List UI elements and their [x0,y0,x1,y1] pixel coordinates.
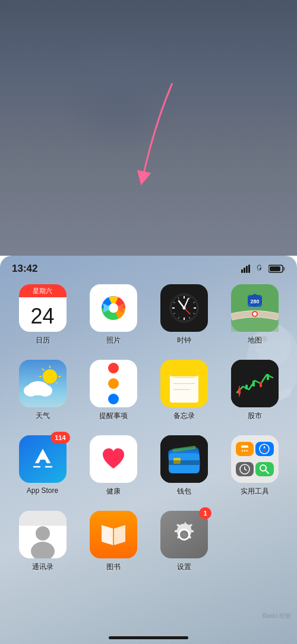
svg-point-44 [24,385,38,397]
svg-rect-6 [248,265,250,273]
app-label-reminders: 提醒事项 [99,411,128,421]
svg-point-10 [109,303,118,313]
link-icon [255,264,265,274]
app-item-stocks[interactable]: 股市 [224,360,285,421]
app-label-weather: 天气 [36,411,50,421]
svg-marker-77 [263,449,266,453]
appstore-badge: 114 [50,432,69,444]
app-item-photos[interactable]: 照片 [83,284,144,345]
app-icon-stocks [231,360,279,407]
app-label-photos: 照片 [106,335,121,345]
svg-point-87 [36,526,50,541]
svg-rect-71 [241,445,248,448]
app-grid-row3: 114 App Store [0,431,297,506]
app-icon-calendar: 星期六 24 [19,284,67,332]
svg-rect-5 [246,266,248,273]
svg-point-28 [182,307,185,310]
app-label-contacts: 通讯录 [32,562,53,572]
app-item-utilities[interactable]: 实用工具 [224,435,285,497]
app-item-health[interactable]: 健康 [83,435,144,497]
svg-point-45 [38,385,52,397]
svg-rect-57 [252,381,255,387]
app-label-clock: 时钟 [177,335,191,345]
app-item-wallet[interactable]: 钱包 [153,435,214,497]
app-icon-books [90,511,137,558]
app-label-settings: 设置 [177,562,191,572]
app-icon-clock [160,284,208,332]
app-item-books[interactable]: 图书 [83,511,144,572]
app-icon-maps: 280 [231,284,279,332]
app-icon-contacts [19,511,67,558]
svg-text:280: 280 [250,299,259,304]
app-grid-row4: 通讯录 图书 [0,506,297,582]
app-item-notes[interactable]: 备忘录 [153,360,214,421]
app-label-wallet: 钱包 [177,486,191,497]
app-label-health: 健康 [106,486,121,497]
app-label-books: 图书 [106,562,121,572]
app-label-stocks: 股市 [248,411,262,421]
app-item-empty [224,511,285,572]
app-item-calendar[interactable]: 星期六 24 日历 [12,284,73,345]
settings-badge: 1 [199,507,211,519]
svg-point-73 [244,450,245,452]
app-item-maps[interactable]: 280 地图 [224,284,285,345]
svg-point-34 [253,312,257,316]
svg-rect-8 [283,267,285,271]
status-icons [241,264,285,274]
svg-line-80 [245,469,247,470]
app-grid-row2: 天气 提醒事项 [0,355,297,431]
home-indicator[interactable] [109,636,188,639]
home-screen: 13:42 [0,256,297,644]
app-item-reminders[interactable]: 提醒事项 [83,360,144,421]
app-label-appstore: App Store [27,486,58,495]
svg-line-82 [266,470,268,473]
status-bar: 13:42 [0,256,297,279]
svg-marker-76 [263,445,266,449]
baidu-watermark: Baidu 经验 [263,610,291,620]
watermark-text: Baidu 经验 [263,612,291,619]
app-label-maps: 地图 [248,335,262,345]
svg-rect-59 [267,374,269,380]
svg-point-72 [241,450,243,452]
app-item-clock[interactable]: 时钟 [153,284,214,345]
app-label-notes: 备忘录 [173,411,195,421]
app-icon-photos [90,284,137,332]
app-label-utilities: 实用工具 [241,486,269,497]
app-item-weather[interactable]: 天气 [12,360,73,421]
annotation-arrow [107,77,202,208]
svg-rect-9 [270,266,280,271]
app-icon-notes [160,360,208,407]
signal-icon [241,265,252,273]
svg-point-36 [43,369,57,384]
svg-rect-56 [245,385,248,389]
svg-rect-68 [169,460,200,465]
app-label-calendar: 日历 [36,335,50,345]
svg-rect-4 [244,268,245,273]
svg-rect-51 [170,369,198,376]
app-icon-wallet [160,435,208,483]
svg-rect-53 [238,388,241,394]
app-item-contacts[interactable]: 通讯录 [12,511,73,572]
battery-icon [268,265,285,273]
app-item-settings[interactable]: 1 设置 [153,511,214,572]
status-time: 13:42 [12,263,37,275]
app-grid-row1: 星期六 24 日历 [0,279,297,355]
app-icon-weather [19,360,67,407]
app-icon-reminders [90,360,137,407]
svg-point-92 [181,532,187,538]
svg-rect-86 [19,522,67,526]
app-item-appstore[interactable]: 114 App Store [12,435,73,497]
app-icon-settings: 1 [160,511,208,558]
app-icon-utilities [231,435,279,483]
svg-rect-58 [260,382,262,387]
svg-point-74 [246,450,248,452]
app-icon-health [90,435,137,483]
top-blurred-area [0,0,297,256]
svg-rect-3 [241,269,243,273]
app-icon-appstore: 114 [19,435,67,483]
